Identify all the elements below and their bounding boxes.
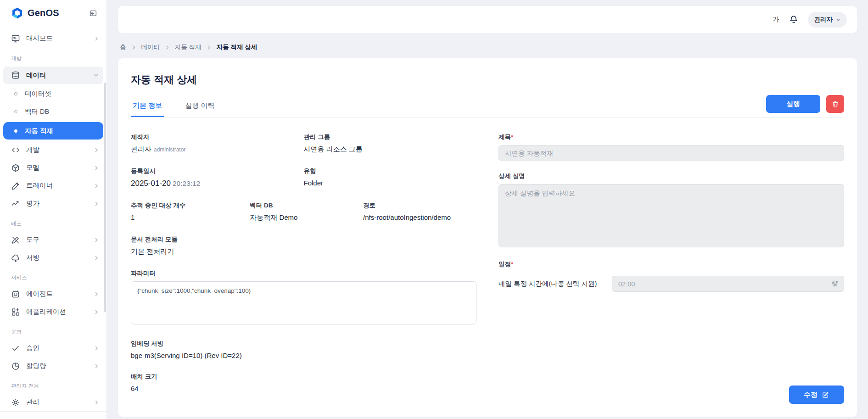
schedule-field-label: 일정*	[498, 260, 844, 268]
tab-bar: 기본 정보 실행 이력 실행	[131, 101, 844, 117]
chevron-right-icon	[131, 45, 136, 50]
type-value: Folder	[304, 179, 477, 187]
sliders-icon[interactable]	[831, 279, 839, 288]
sidebar-item-vector-db[interactable]: 벡터 DB	[0, 103, 106, 121]
type-label: 유형	[304, 167, 477, 175]
grid-plus-icon	[11, 307, 20, 317]
title-input[interactable]	[498, 145, 844, 161]
tab-basic-info[interactable]: 기본 정보	[131, 101, 164, 117]
preprocess-value: 기본 전처리기	[131, 247, 476, 256]
sidebar-item-approval[interactable]: 승인	[0, 339, 106, 357]
sidebar-item-label: 에이전트	[26, 290, 53, 298]
run-button[interactable]: 실행	[766, 95, 820, 113]
bell-icon[interactable]	[789, 15, 799, 25]
edit-button[interactable]: 수정	[789, 385, 844, 404]
sidebar-item-label: 관리	[26, 398, 39, 407]
sidebar-item-user-page[interactable]: 사용자 페이지	[0, 411, 106, 419]
description-textarea[interactable]	[498, 184, 844, 247]
sidebar-header: GenOS	[0, 0, 106, 25]
sidebar-item-trainer[interactable]: 트레이너	[0, 177, 106, 195]
profile-label: 관리자	[814, 16, 833, 24]
breadcrumb-current: 자동 적재 상세	[217, 43, 258, 51]
breadcrumb-data[interactable]: 데이터	[141, 43, 160, 51]
batch-size-label: 배치 크기	[131, 373, 476, 381]
tools-icon	[11, 235, 20, 245]
creator-username: administrator	[154, 146, 185, 153]
breadcrumb-auto-ingest[interactable]: 자동 적재	[175, 43, 202, 51]
sidebar-item-quota[interactable]: 할당량	[0, 357, 106, 375]
sidebar-item-agent[interactable]: 에이전트	[0, 285, 106, 303]
chevron-right-icon	[165, 45, 170, 50]
chevron-right-icon	[94, 165, 99, 171]
sidebar-item-label: 대시보드	[26, 34, 53, 43]
sidebar-item-tools[interactable]: 도구	[0, 231, 106, 249]
brand-name: GenOS	[28, 8, 59, 18]
edit-icon	[822, 391, 829, 399]
edit-button-label: 수정	[804, 391, 818, 399]
sidebar-section-deploy: 배포	[0, 212, 106, 231]
database-icon	[11, 71, 20, 80]
gear-icon	[11, 398, 20, 407]
chevron-right-icon	[94, 36, 99, 41]
sidebar-item-label: 개발	[26, 145, 39, 154]
profile-menu[interactable]: 관리자	[808, 12, 847, 28]
sidebar-item-application[interactable]: 애플리케이션	[0, 303, 106, 321]
trend-chart-icon	[11, 199, 20, 208]
sidebar-section-dev: 개발	[0, 47, 106, 66]
parameters-textarea[interactable]: {"chunk_size":1000,"chunk_overlap":100}	[131, 281, 476, 324]
main-area: 가 관리자 홈 데이터 자동 적재 자동 적재 상세 자동 적재 상세 기본 정…	[107, 0, 868, 419]
tab-run-history[interactable]: 실행 이력	[183, 101, 216, 117]
detail-right-column: 제목* 상세 설명 일정* 매일 특정 시간에(다중 선택 지원)	[498, 133, 844, 406]
sidebar-item-dataset[interactable]: 데이터셋	[0, 85, 106, 103]
sidebar-item-dashboard[interactable]: 대시보드	[0, 29, 106, 47]
cube-icon	[11, 163, 20, 173]
sidebar-item-label: 데이터셋	[25, 89, 51, 98]
sidebar: GenOS 대시보드 개발 데이터	[0, 0, 107, 419]
chevron-right-icon	[94, 291, 99, 297]
tracked-count-value: 1	[131, 213, 250, 221]
bullet-icon	[14, 110, 17, 113]
required-asterisk: *	[511, 134, 513, 140]
chevron-down-icon	[93, 73, 99, 78]
collapse-sidebar-icon[interactable]	[89, 9, 97, 17]
sidebar-item-label: 자동 적재	[25, 127, 53, 135]
sidebar-item-evaluation[interactable]: 평가	[0, 195, 106, 212]
tracked-count-label: 추적 중인 대상 개수	[131, 201, 250, 210]
top-header: 가 관리자	[118, 6, 857, 33]
chevron-right-icon	[207, 45, 212, 50]
chevron-right-icon	[94, 309, 99, 315]
trash-icon	[831, 100, 840, 108]
vector-db-value: 자동적재 Demo	[250, 213, 363, 222]
sidebar-item-serving[interactable]: 서빙	[0, 249, 106, 267]
required-asterisk: *	[511, 261, 513, 268]
sidebar-item-model[interactable]: 모델	[0, 159, 106, 177]
registered-label: 등록일시	[131, 167, 304, 175]
vector-db-label: 벡터 DB	[250, 201, 363, 210]
sidebar-item-label: 애플리케이션	[26, 307, 66, 316]
batch-size-value: 64	[131, 385, 476, 392]
delete-button[interactable]	[826, 95, 844, 113]
genos-logo[interactable]: GenOS	[11, 7, 59, 19]
path-label: 경로	[363, 201, 476, 210]
pencil-icon	[11, 181, 20, 190]
genos-logo-icon	[11, 7, 23, 19]
sidebar-item-admin[interactable]: 관리	[0, 393, 106, 411]
sidebar-item-label: 평가	[26, 199, 39, 208]
breadcrumb-home[interactable]: 홈	[120, 43, 126, 51]
title-field-label: 제목*	[498, 133, 844, 141]
sidebar-scrollbar[interactable]	[104, 83, 106, 312]
sidebar-item-develop[interactable]: 개발	[0, 141, 106, 159]
sidebar-item-label: 도구	[26, 235, 39, 244]
sidebar-item-label: 데이터	[26, 71, 46, 80]
registered-value: 2025-01-2020:23:12	[131, 179, 304, 188]
chevron-right-icon	[94, 147, 99, 153]
schedule-time-input[interactable]	[612, 276, 844, 292]
sidebar-item-data[interactable]: 데이터	[3, 67, 103, 84]
detail-card: 자동 적재 상세 기본 정보 실행 이력 실행 제작자 관리자adminis	[118, 58, 857, 417]
chevron-down-icon	[836, 17, 840, 22]
chevron-right-icon	[94, 201, 99, 207]
robot-icon	[11, 290, 20, 299]
sidebar-item-label: 트레이너	[26, 181, 53, 190]
sidebar-item-auto-ingest[interactable]: 자동 적재	[3, 122, 103, 140]
font-size-button[interactable]: 가	[773, 15, 779, 24]
